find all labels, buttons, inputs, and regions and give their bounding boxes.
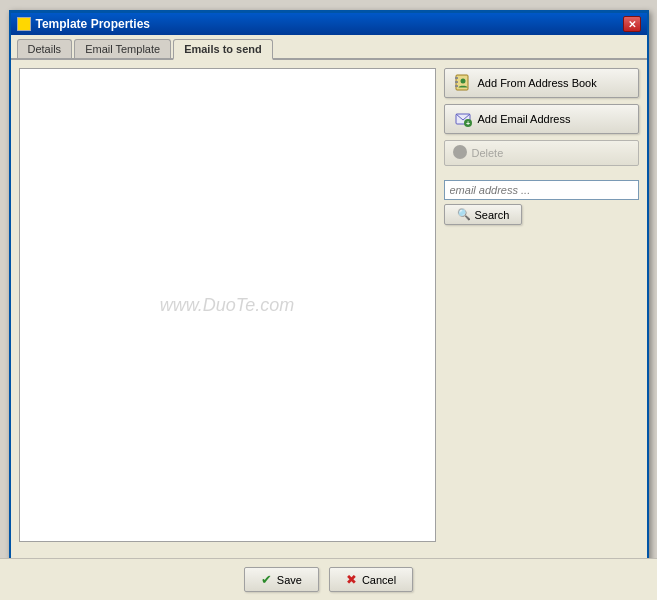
watermark: www.DuoTe.com bbox=[160, 295, 294, 316]
title-bar: Template Properties ✕ bbox=[11, 13, 647, 35]
tab-details[interactable]: Details bbox=[17, 39, 73, 58]
tab-bar: Details Email Template Emails to send bbox=[11, 35, 647, 60]
delete-label: Delete bbox=[472, 147, 504, 159]
svg-rect-1 bbox=[455, 77, 458, 79]
address-book-icon bbox=[453, 73, 473, 93]
delete-button[interactable]: Delete bbox=[444, 140, 639, 166]
add-from-address-book-button[interactable]: Add From Address Book bbox=[444, 68, 639, 98]
svg-rect-2 bbox=[455, 81, 458, 83]
footer: ✔ Save ✖ Cancel bbox=[0, 558, 657, 600]
svg-rect-3 bbox=[455, 85, 458, 87]
template-properties-window: Template Properties ✕ Details Email Temp… bbox=[9, 10, 649, 585]
delete-icon bbox=[453, 145, 467, 161]
cancel-button[interactable]: ✖ Cancel bbox=[329, 567, 413, 592]
close-button[interactable]: ✕ bbox=[623, 16, 641, 32]
cancel-label: Cancel bbox=[362, 574, 396, 586]
check-icon: ✔ bbox=[261, 572, 272, 587]
search-section: 🔍 Search bbox=[444, 180, 639, 225]
tab-email-template[interactable]: Email Template bbox=[74, 39, 171, 58]
window-title: Template Properties bbox=[36, 17, 150, 31]
right-panel: Add From Address Book + Add Email Addres… bbox=[444, 68, 639, 542]
search-button-label: Search bbox=[475, 209, 510, 221]
svg-point-4 bbox=[460, 79, 465, 84]
add-from-address-book-label: Add From Address Book bbox=[478, 77, 597, 89]
content-area: www.DuoTe.com Add From Address Book bbox=[11, 60, 647, 550]
tab-emails-to-send[interactable]: Emails to send bbox=[173, 39, 273, 60]
save-button[interactable]: ✔ Save bbox=[244, 567, 319, 592]
search-icon: 🔍 bbox=[457, 208, 471, 221]
add-email-address-button[interactable]: + Add Email Address bbox=[444, 104, 639, 134]
title-bar-left: Template Properties bbox=[17, 17, 150, 31]
email-list-panel[interactable]: www.DuoTe.com bbox=[19, 68, 436, 542]
cancel-icon: ✖ bbox=[346, 572, 357, 587]
add-email-address-label: Add Email Address bbox=[478, 113, 571, 125]
search-button[interactable]: 🔍 Search bbox=[444, 204, 523, 225]
svg-text:+: + bbox=[465, 120, 469, 127]
email-search-input[interactable] bbox=[444, 180, 639, 200]
email-icon: + bbox=[453, 109, 473, 129]
save-label: Save bbox=[277, 574, 302, 586]
window-icon bbox=[17, 17, 31, 31]
